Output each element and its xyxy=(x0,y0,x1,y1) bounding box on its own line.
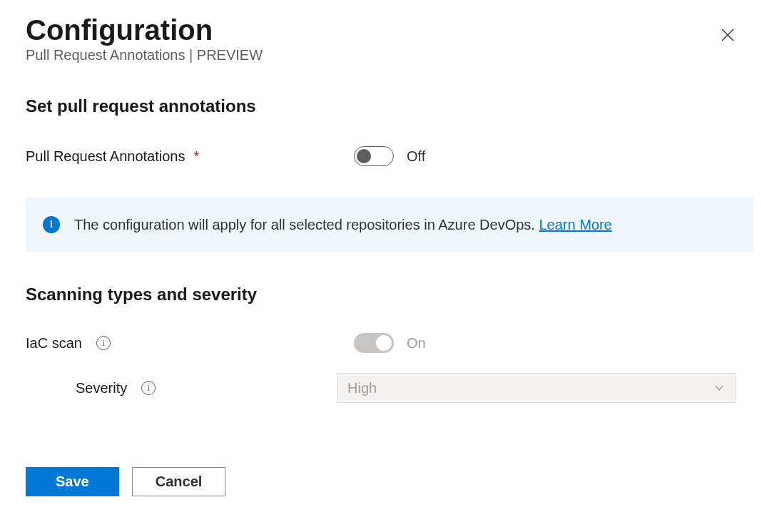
info-text: The configuration will apply for all sel… xyxy=(74,217,535,232)
iac-scan-label: IaC scan xyxy=(26,335,82,352)
section-heading-scan: Scanning types and severity xyxy=(26,285,736,305)
page-subtitle: Pull Request Annotations | PREVIEW xyxy=(26,47,263,63)
severity-label: Severity xyxy=(76,380,127,397)
chevron-down-icon xyxy=(713,382,726,394)
iac-toggle-state: On xyxy=(407,335,426,352)
close-icon xyxy=(721,24,735,46)
info-tooltip-icon[interactable]: i xyxy=(141,381,156,395)
toggle-knob-icon xyxy=(357,149,371,163)
pra-toggle-state: Off xyxy=(407,148,425,165)
pra-label: Pull Request Annotations xyxy=(26,148,186,165)
info-bar: i The configuration will apply for all s… xyxy=(26,198,753,252)
toggle-knob-icon xyxy=(376,335,392,351)
cancel-button[interactable]: Cancel xyxy=(132,467,226,496)
iac-toggle xyxy=(354,333,394,353)
page-title: Configuration xyxy=(26,14,263,46)
severity-dropdown: High xyxy=(337,373,736,403)
save-button[interactable]: Save xyxy=(26,467,119,496)
info-icon: i xyxy=(43,216,60,233)
section-heading-pra: Set pull request annotations xyxy=(26,96,736,116)
info-tooltip-icon[interactable]: i xyxy=(96,336,111,350)
close-button[interactable] xyxy=(715,21,741,50)
learn-more-link[interactable]: Learn More xyxy=(539,217,611,232)
required-star-icon: * xyxy=(194,148,200,165)
pra-toggle[interactable] xyxy=(354,146,394,166)
severity-value: High xyxy=(347,380,377,397)
